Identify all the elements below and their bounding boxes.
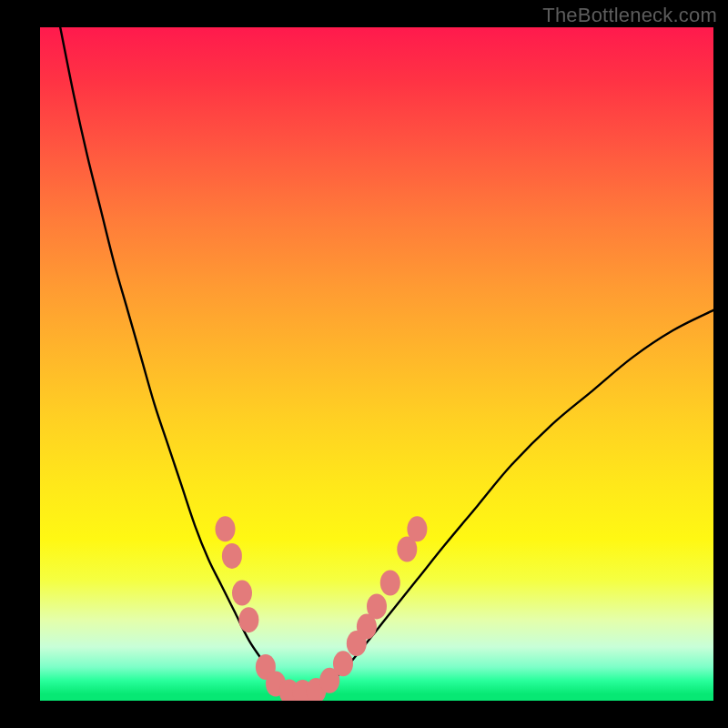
highlight-dots bbox=[216, 516, 428, 701]
highlight-dot bbox=[232, 581, 252, 606]
highlight-dot bbox=[367, 593, 387, 619]
curve-layer bbox=[40, 27, 713, 701]
watermark-text: TheBottleneck.com bbox=[542, 4, 717, 27]
highlight-dot bbox=[222, 543, 242, 569]
highlight-dot bbox=[238, 607, 258, 632]
highlight-dot bbox=[333, 651, 353, 676]
highlight-dot bbox=[407, 516, 427, 541]
chart-frame: TheBottleneck.com bbox=[0, 0, 728, 728]
highlight-dot bbox=[380, 571, 400, 596]
highlight-dot bbox=[216, 516, 236, 541]
gradient-plot-area bbox=[40, 27, 713, 701]
